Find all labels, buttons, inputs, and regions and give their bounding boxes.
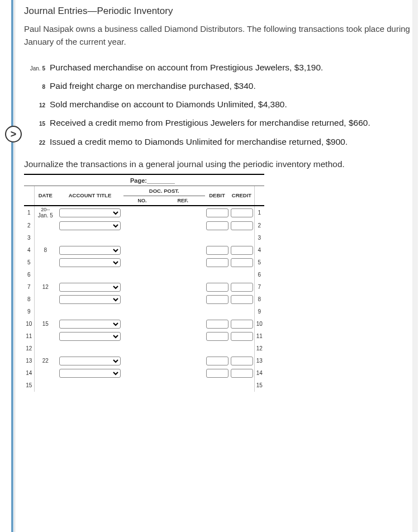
general-journal: Page: DATE ACCOUNT TITLE DOC. POST. DEBI…: [24, 174, 264, 392]
credit-input[interactable]: [231, 221, 253, 230]
credit-input[interactable]: [231, 369, 253, 378]
debit-input[interactable]: [206, 332, 228, 341]
row-credit-cell: [230, 355, 255, 367]
journal-row: 66: [24, 269, 264, 281]
journal-row: 22: [24, 220, 264, 232]
row-account-cell: [56, 355, 123, 367]
row-account-cell: [56, 269, 123, 281]
transaction-row: 8Paid freight charge on merchandise purc…: [24, 79, 410, 92]
row-debit-cell: [205, 256, 230, 269]
row-date: [34, 343, 56, 355]
expand-toggle[interactable]: >: [5, 126, 22, 142]
debit-input[interactable]: [206, 258, 228, 267]
page-input[interactable]: [147, 175, 175, 184]
journal-row: 1111: [24, 330, 264, 343]
debit-input[interactable]: [206, 208, 228, 217]
debit-input[interactable]: [206, 357, 228, 365]
row-debit-cell: [205, 244, 230, 256]
row-number-left: 4: [24, 244, 34, 256]
row-number-left: 14: [24, 367, 34, 379]
account-title-select[interactable]: [59, 369, 121, 378]
journal-row: 1414: [24, 367, 264, 379]
debit-input[interactable]: [206, 283, 228, 292]
content-panel: Journal Entries—Periodic Inventory Paul …: [15, 0, 419, 532]
row-debit-cell: [205, 232, 230, 244]
account-title-select[interactable]: [59, 221, 121, 230]
row-doc-ref: [161, 256, 205, 269]
debit-input[interactable]: [206, 221, 228, 230]
row-number-right: 8: [254, 293, 264, 306]
credit-input[interactable]: [231, 208, 253, 217]
row-doc-no: [123, 306, 161, 318]
transaction-row: 22Issued a credit memo to Diamonds Unlim…: [24, 135, 410, 148]
header-docpost: DOC. POST.: [123, 186, 205, 196]
account-title-select[interactable]: [59, 258, 121, 267]
row-doc-ref: [161, 367, 205, 379]
transaction-list: Jan. 5Purchased merchandise on account f…: [24, 61, 410, 148]
account-title-select[interactable]: [59, 208, 121, 217]
row-doc-ref: [161, 318, 205, 330]
credit-input[interactable]: [231, 332, 253, 341]
journal-row: 132213: [24, 355, 264, 367]
credit-input[interactable]: [231, 246, 253, 255]
row-account-cell: [56, 256, 123, 269]
row-number-left: 3: [24, 232, 34, 244]
account-title-select[interactable]: [59, 295, 121, 304]
header-account: ACCOUNT TITLE: [56, 186, 123, 206]
credit-input[interactable]: [231, 320, 253, 329]
row-credit-cell: [230, 244, 255, 256]
row-doc-ref: [161, 269, 205, 281]
row-doc-ref: [161, 379, 205, 392]
journal-row: 101510: [24, 318, 264, 330]
account-title-select[interactable]: [59, 283, 121, 292]
account-title-select[interactable]: [59, 320, 121, 329]
credit-input[interactable]: [231, 295, 253, 304]
row-number-left: 9: [24, 306, 34, 318]
row-doc-no: [123, 343, 161, 355]
credit-input[interactable]: [231, 283, 253, 292]
account-title-select[interactable]: [59, 246, 121, 255]
account-title-select[interactable]: [59, 332, 121, 341]
row-debit-cell: [205, 306, 230, 318]
scrollbar[interactable]: [412, 0, 418, 532]
row-doc-no: [123, 232, 161, 244]
row-doc-no: [123, 293, 161, 306]
row-number-right: 11: [254, 330, 264, 343]
debit-input[interactable]: [206, 320, 228, 329]
row-doc-no: [123, 206, 161, 220]
journal-row: 99: [24, 306, 264, 318]
row-doc-no: [123, 220, 161, 232]
credit-input[interactable]: [231, 357, 253, 365]
row-doc-ref: [161, 355, 205, 367]
row-doc-no: [123, 281, 161, 293]
row-date: [34, 306, 56, 318]
debit-input[interactable]: [206, 246, 228, 255]
row-doc-ref: [161, 306, 205, 318]
row-credit-cell: [230, 232, 255, 244]
transaction-date: Jan. 5: [24, 65, 50, 72]
transaction-row: 15Received a credit memo from Prestigiou…: [24, 116, 410, 129]
row-date: 15: [34, 318, 56, 330]
chevron-right-icon: >: [11, 129, 17, 140]
journal-row: 33: [24, 232, 264, 244]
row-doc-ref: [161, 343, 205, 355]
debit-input[interactable]: [206, 369, 228, 378]
row-credit-cell: [230, 206, 255, 220]
row-date: 20--Jan. 5: [34, 206, 56, 220]
transaction-row: 12Sold merchandise on account to Diamond…: [24, 98, 410, 111]
debit-input[interactable]: [206, 295, 228, 304]
header-date: DATE: [34, 186, 56, 206]
row-number-right: 1: [254, 206, 264, 220]
credit-input[interactable]: [231, 258, 253, 267]
row-number-left: 8: [24, 293, 34, 306]
row-account-cell: [56, 306, 123, 318]
header-line-right: [254, 186, 264, 206]
account-title-select[interactable]: [59, 357, 121, 365]
page-title: Journal Entries—Periodic Inventory: [24, 6, 410, 17]
row-number-right: 3: [254, 232, 264, 244]
row-debit-cell: [205, 343, 230, 355]
row-doc-no: [123, 379, 161, 392]
row-account-cell: [56, 343, 123, 355]
transaction-text: Issued a credit memo to Diamonds Unlimit…: [50, 135, 347, 148]
journal-row: 484: [24, 244, 264, 256]
